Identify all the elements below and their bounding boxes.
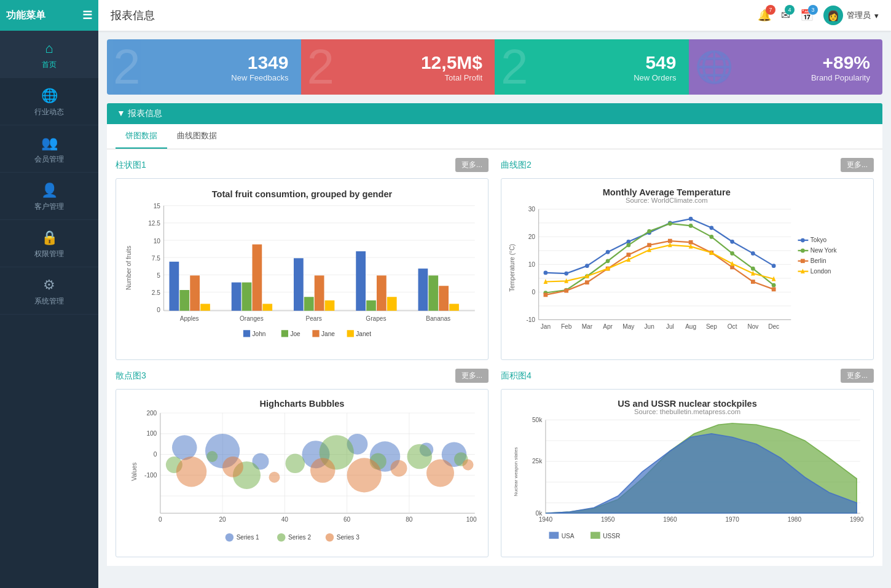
bubble [172,435,197,460]
section-header: ▼ 报表信息 [107,103,882,124]
svg-text:Source: WorldClimate.com: Source: WorldClimate.com [626,197,708,204]
sidebar: 功能菜单 ☰ ⌂ 首页 🌐 行业动态 👥 会员管理 👤 客户管理 🔒 权限管理 … [0,0,98,588]
main-content: 报表信息 🔔 7 ✉ 4 📅 3 👩 管理员 ▾ 2 1349 [98,0,891,588]
scatter-chart-header: 散点图3 更多... [116,369,489,383]
bubble [269,472,280,483]
line-chart-box: Monthly Average Temperature Source: Worl… [501,178,874,360]
stat-label-feedbacks: New Feedbacks [119,73,289,82]
svg-text:10: 10 [154,238,161,245]
bar-chart-section: 柱状图1 更多... Total fruit consumtion, group… [116,158,489,360]
sidebar-item-customers[interactable]: 👤 客户管理 [0,173,98,220]
calendar-button[interactable]: 📅 3 [800,9,814,22]
sidebar-item-system[interactable]: ⚙ 系统管理 [0,267,98,315]
bar [232,283,241,311]
svg-text:Dec: Dec [768,323,779,330]
svg-text:John: John [253,331,266,337]
svg-text:1940: 1940 [539,516,553,523]
topbar-right: 🔔 7 ✉ 4 📅 3 👩 管理员 ▾ [758,6,879,25]
svg-text:Grapes: Grapes [366,315,386,322]
sidebar-menu-icon[interactable]: ☰ [82,9,92,22]
bubble [206,451,218,462]
area-chart-box: US and USSR nuclear stockpiles Source: t… [501,389,874,557]
stat-card-feedbacks: 2 1349 New Feedbacks [107,39,301,95]
sidebar-item-home[interactable]: ⌂ 首页 [0,31,98,78]
stat-value-profit: 12,5M$ [313,52,483,73]
svg-point-68 [689,217,693,221]
svg-text:1950: 1950 [601,516,615,523]
svg-text:May: May [622,323,635,330]
svg-rect-86 [564,289,568,293]
svg-text:New York: New York [811,247,838,254]
svg-point-69 [710,225,714,230]
tab-pie[interactable]: 饼图数据 [116,124,167,149]
home-icon: ⌂ [45,41,53,57]
user-menu[interactable]: 👩 管理员 ▾ [823,6,879,25]
area-chart-section: 面积图4 更多... US and USSR nuclear stockpile… [501,369,874,557]
members-icon: 👥 [41,135,58,151]
svg-text:Janet: Janet [356,331,371,337]
area-chart-more-button[interactable]: 更多... [841,369,874,383]
svg-text:Nov: Nov [747,323,759,330]
stat-value-feedbacks: 1349 [119,52,289,73]
topbar: 报表信息 🔔 7 ✉ 4 📅 3 👩 管理员 ▾ [98,0,891,31]
svg-text:40: 40 [281,516,289,523]
svg-point-61 [544,271,548,275]
bar [242,283,252,311]
lock-icon: 🔒 [41,230,58,246]
message-button[interactable]: ✉ 4 [781,9,790,22]
message-badge: 4 [785,5,795,15]
bubble [286,454,305,474]
svg-text:1980: 1980 [788,516,802,523]
stat-card-brand: 🌐 +89% Brand Popularity [689,39,883,95]
svg-text:Number of fruits: Number of fruits [125,246,132,290]
svg-text:100: 100 [146,430,157,437]
gear-icon: ⚙ [43,277,55,293]
svg-text:100: 100 [466,516,477,523]
svg-text:Jun: Jun [644,323,654,330]
sidebar-item-members[interactable]: 👥 会员管理 [0,125,98,173]
svg-point-62 [564,272,568,276]
area-chart-header: 面积图4 更多... [501,369,874,383]
bubble [463,460,474,471]
svg-rect-116 [801,259,805,263]
sidebar-title: 功能菜单 [6,9,45,22]
svg-rect-171 [549,532,559,539]
bar-chart-title: 柱状图1 [116,160,146,171]
scatter-chart-svg: Highcharts Bubbles Values [122,396,482,548]
bar [294,258,304,311]
sidebar-item-industry[interactable]: 🌐 行业动态 [0,78,98,125]
svg-text:Mar: Mar [582,323,593,330]
scatter-chart-more-button[interactable]: 更多... [455,369,489,383]
stat-cards: 2 1349 New Feedbacks 2 12,5M$ Total Prof… [107,39,882,95]
svg-point-71 [751,251,755,256]
svg-point-149 [326,533,334,542]
page-title: 报表信息 [111,8,155,23]
notification-button[interactable]: 🔔 7 [758,9,771,22]
bar-chart-header: 柱状图1 更多... [116,158,489,172]
svg-text:1970: 1970 [725,516,739,523]
svg-text:Series 1: Series 1 [237,534,259,541]
line-chart-more-button[interactable]: 更多... [841,158,874,172]
svg-point-64 [606,250,610,254]
svg-text:-10: -10 [526,316,535,323]
tabs-bar: 饼图数据 曲线图数据 [107,124,882,149]
svg-text:Temperature (°C): Temperature (°C) [509,244,516,292]
svg-text:0: 0 [159,516,162,523]
feedback-bg-icon: 2 [113,39,141,95]
svg-point-78 [647,229,651,233]
svg-text:Source: thebulletin.metapress.: Source: thebulletin.metapress.com [634,408,740,415]
svg-text:USSR: USSR [603,533,620,539]
bar-chart-more-button[interactable]: 更多... [455,158,489,172]
svg-text:Jul: Jul [666,323,674,330]
svg-point-147 [277,533,286,542]
sidebar-header: 功能菜单 ☰ [0,0,98,31]
sidebar-item-label-system: 系统管理 [34,296,64,307]
svg-point-81 [710,235,714,239]
bar [377,275,387,310]
sidebar-item-permissions[interactable]: 🔒 权限管理 [0,220,98,267]
bubble [426,460,454,487]
svg-text:USA: USA [562,533,575,539]
stat-label-orders: New Orders [507,73,677,82]
tab-curve[interactable]: 曲线图数据 [167,124,227,149]
bar [366,300,376,311]
